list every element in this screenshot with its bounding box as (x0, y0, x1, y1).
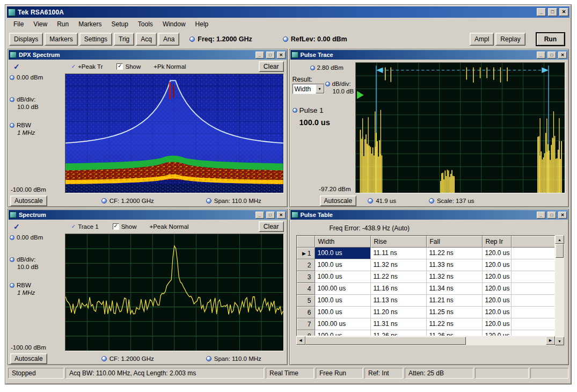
menu-window[interactable]: Window (158, 19, 191, 30)
cell-rep[interactable]: 120.0 us (483, 307, 512, 318)
cell-rep[interactable]: 120.0 us (483, 248, 512, 259)
cell-fall[interactable]: 11.22 ns (427, 318, 483, 330)
rbw-label[interactable]: RBW (17, 122, 31, 128)
close-button[interactable]: ✕ (277, 212, 286, 219)
cell-width[interactable]: 100.00 us (315, 283, 371, 295)
cell-rep[interactable]: 120.0 us (483, 318, 512, 330)
ana-button[interactable]: Ana (158, 33, 179, 46)
close-button[interactable]: ✕ (558, 52, 567, 59)
result-select[interactable]: Width ▼ (293, 84, 325, 94)
horizontal-scrollbar[interactable]: ◀ ▶ (296, 336, 556, 345)
table-row[interactable]: 5 100.0 us 11.13 ns 11.21 ns 120.0 us (297, 295, 555, 307)
menu-markers[interactable]: Markers (74, 19, 106, 30)
column-header-rise[interactable]: Rise (371, 236, 427, 248)
freq-knob-icon[interactable] (189, 37, 195, 42)
table-row[interactable]: 3 100.0 us 11.22 ns 11.32 ns 120.0 us (297, 271, 555, 283)
knob-icon[interactable] (10, 283, 14, 288)
cell-width[interactable]: 100.00 us (315, 318, 371, 330)
column-header-width[interactable]: Width (315, 236, 371, 248)
center-frequency-readout[interactable]: CF: 1.2000 GHz (109, 198, 154, 204)
knob-icon[interactable] (10, 123, 14, 128)
cell-rise[interactable]: 11.22 ns (371, 271, 427, 283)
cell-width[interactable]: 100.0 us (315, 271, 371, 283)
cell-rep[interactable]: 120.0 us (483, 283, 512, 295)
pulse-number-label[interactable]: Pulse 1 (300, 106, 324, 114)
row-header[interactable]: ▶1 (297, 248, 315, 259)
cell-rep[interactable]: 120.0 us (483, 295, 512, 307)
spectrum-chart[interactable] (65, 234, 284, 351)
autoscale-button[interactable]: Autoscale (320, 195, 357, 206)
minimize-button[interactable]: _ (255, 52, 264, 59)
cell-rep[interactable]: 120.0 us (483, 259, 512, 271)
dbdiv-label[interactable]: dB/div: (332, 81, 351, 87)
knob-icon[interactable] (10, 257, 14, 262)
knob-icon[interactable] (293, 108, 297, 113)
cell-width[interactable]: 100.0 us (315, 307, 371, 318)
row-header[interactable]: 8 (297, 330, 315, 336)
dbdiv-label[interactable]: dB/div: (17, 96, 35, 103)
menu-help[interactable]: Help (191, 19, 214, 30)
ampl-button[interactable]: Ampl (470, 33, 494, 46)
run-button[interactable]: Run (536, 32, 565, 46)
cell-fall[interactable]: 11.32 ns (427, 271, 483, 283)
cell-fall[interactable]: 11.33 ns (427, 259, 483, 271)
column-header-rep-interval[interactable]: Rep Ir (483, 236, 512, 248)
vertical-scrollbar[interactable]: ▲ ▼ (555, 235, 564, 345)
replay-button[interactable]: Replay (495, 33, 525, 46)
dpx-title-bar[interactable]: DPX Spectrum _ □ ✕ (9, 50, 287, 60)
maximize-button[interactable]: □ (266, 212, 275, 219)
cell-fall[interactable]: 11.34 ns (427, 283, 483, 295)
row-header[interactable]: 5 (297, 295, 315, 307)
span-readout[interactable]: Span: 110.0 MHz (214, 355, 261, 362)
markers-button[interactable]: Markers (45, 33, 77, 46)
table-row[interactable]: 8 100.0 us 11.26 ns 11.26 ns 120.0 us (297, 330, 555, 336)
position-readout[interactable]: 41.9 us (376, 198, 396, 204)
cell-rise[interactable]: 11.11 ns (371, 248, 427, 259)
pulse-table-grid[interactable]: Width Rise Fall Rep Ir ▶1 100.0 us 11.11… (296, 235, 556, 336)
reflev-readout[interactable]: RefLev: 0.00 dBm (291, 35, 347, 43)
minimize-button[interactable]: _ (537, 212, 545, 219)
show-checkbox[interactable]: ✓ (113, 223, 119, 230)
scroll-right-icon[interactable]: ▶ (546, 336, 555, 345)
cell-rise[interactable]: 11.32 ns (371, 259, 427, 271)
cell-width-selected[interactable]: 100.0 us (315, 248, 371, 259)
pulse-table-title-bar[interactable]: Pulse Table _ □ ✕ (290, 210, 568, 220)
knob-icon[interactable] (429, 198, 434, 204)
menu-view[interactable]: View (28, 19, 52, 30)
menu-tools[interactable]: Tools (133, 19, 158, 30)
table-row[interactable]: ▶1 100.0 us 11.11 ns 11.22 ns 120.0 us (297, 248, 555, 259)
ref-level-readout[interactable]: 0.00 dBm (17, 74, 43, 81)
row-header[interactable]: 3 (297, 271, 315, 283)
dpx-chart[interactable] (65, 74, 284, 193)
minimize-button[interactable]: _ (537, 8, 546, 16)
enabled-check-icon[interactable]: ✓ (13, 62, 20, 71)
minimize-button[interactable]: _ (537, 52, 545, 59)
minimize-button[interactable]: _ (255, 212, 264, 219)
table-row[interactable]: 2 100.0 us 11.32 ns 11.33 ns 120.0 us (297, 259, 555, 271)
trace-selector[interactable]: Trace 1 (78, 223, 99, 230)
cell-width[interactable]: 100.0 us (315, 259, 371, 271)
cell-rise[interactable]: 11.20 ns (371, 307, 427, 318)
column-header-fall[interactable]: Fall (427, 236, 483, 248)
row-header[interactable]: 6 (297, 307, 315, 318)
close-button[interactable]: ✕ (558, 212, 567, 219)
menu-file[interactable]: File (9, 19, 28, 30)
show-checkbox[interactable]: ✓ (116, 63, 123, 70)
scroll-left-icon[interactable]: ◀ (296, 336, 305, 345)
detection-label[interactable]: +Pk Normal (154, 63, 186, 70)
cell-fall[interactable]: 11.26 ns (427, 330, 483, 336)
autoscale-button[interactable]: Autoscale (10, 195, 47, 206)
row-header[interactable]: 7 (297, 318, 315, 330)
table-row[interactable]: 7 100.00 us 11.31 ns 11.22 ns 120.0 us (297, 318, 555, 330)
scroll-up-icon[interactable]: ▲ (555, 235, 564, 244)
menu-setup[interactable]: Setup (107, 19, 133, 30)
scrollbar-thumb[interactable] (556, 244, 564, 258)
cell-rep[interactable]: 120.0 us (483, 271, 512, 283)
spectrum-title-bar[interactable]: Spectrum _ □ ✕ (9, 210, 287, 220)
dropdown-arrow-icon[interactable]: ▼ (316, 84, 324, 93)
maximize-button[interactable]: □ (547, 52, 556, 59)
maximize-button[interactable]: □ (547, 212, 556, 219)
pulse-trace-chart[interactable] (355, 62, 566, 193)
clear-button[interactable]: Clear (259, 221, 284, 232)
cell-rep[interactable]: 120.0 us (483, 330, 512, 336)
